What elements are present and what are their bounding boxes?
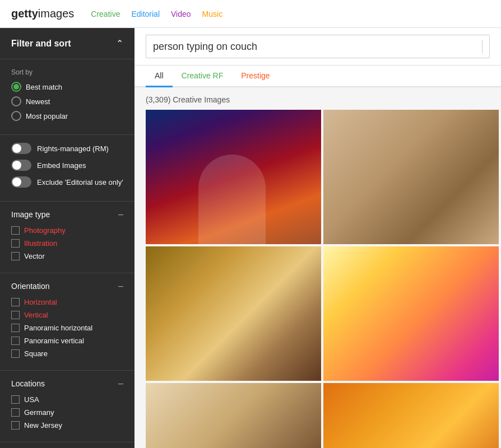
- toggle-section: Rights-managed (RM) Embed Images Exclude…: [0, 135, 134, 202]
- toggle-rm-switch[interactable]: [11, 143, 31, 154]
- locations-title: Locations: [11, 379, 45, 388]
- header: gettyimages Creative Editorial Video Mus…: [0, 0, 501, 28]
- toggle-rm-label: Rights-managed (RM): [37, 144, 109, 153]
- tab-prestige[interactable]: Prestige: [232, 66, 279, 87]
- radio-newest: [11, 96, 21, 106]
- search-query-text: person typing on couch: [153, 41, 476, 53]
- sort-best-match[interactable]: Best match: [11, 82, 123, 92]
- toggle-rights-managed[interactable]: Rights-managed (RM): [11, 143, 123, 154]
- checkbox-photography-box[interactable]: [11, 226, 20, 235]
- checkbox-illustration[interactable]: Illustration: [11, 239, 123, 248]
- locations-header[interactable]: Locations –: [11, 379, 123, 389]
- locations-section: Locations – USA Germany New Jersey: [0, 371, 134, 442]
- main-layout: Filter and sort ⌃ Sort by Best match New…: [0, 28, 501, 448]
- checkbox-germany[interactable]: Germany: [11, 408, 123, 417]
- image-card-3[interactable]: [146, 246, 321, 381]
- toggle-embed-knob: [12, 161, 21, 170]
- nav-editorial[interactable]: Editorial: [131, 10, 160, 18]
- checkbox-vertical[interactable]: Vertical: [11, 311, 123, 319]
- toggle-embed-images[interactable]: Embed Images: [11, 160, 123, 171]
- checkbox-panoramic-horizontal[interactable]: Panoramic horizontal: [11, 324, 123, 332]
- sort-best-match-label: Best match: [26, 83, 62, 91]
- toggle-editorial-label: Exclude 'Editorial use only': [37, 178, 123, 186]
- orientation-section: Orientation – Horizontal Vertical Panora…: [0, 273, 134, 371]
- checkbox-panoramic-vertical[interactable]: Panoramic vertical: [11, 337, 123, 345]
- sort-most-popular-label: Most popular: [26, 112, 68, 120]
- content-area: person typing on couch All Creative RF P…: [134, 28, 501, 448]
- logo-regular: images: [38, 7, 74, 20]
- toggle-editorial-switch[interactable]: [11, 176, 31, 188]
- image-card-1[interactable]: [146, 110, 321, 244]
- image-type-title: Image type: [11, 210, 50, 219]
- filter-collapse-icon[interactable]: ⌃: [116, 38, 123, 49]
- radio-most-popular: [11, 111, 21, 121]
- search-divider: [482, 40, 483, 53]
- image-type-section: Image type – Photography Illustration Ve…: [0, 202, 134, 273]
- toggle-editorial-knob: [12, 178, 21, 186]
- toggle-exclude-editorial[interactable]: Exclude 'Editorial use only': [11, 176, 123, 188]
- orientation-collapse-icon: –: [118, 281, 123, 291]
- orientation-title: Orientation: [11, 282, 49, 291]
- search-bar-area: person typing on couch: [134, 28, 501, 66]
- checkbox-illustration-label: Illustration: [24, 239, 57, 248]
- checkbox-illustration-box[interactable]: [11, 239, 20, 248]
- image-type-collapse-icon: –: [118, 209, 123, 220]
- toggle-embed-switch[interactable]: [11, 160, 31, 171]
- toggle-rm-knob: [12, 144, 21, 153]
- checkbox-vector[interactable]: Vector: [11, 252, 123, 260]
- nav-video[interactable]: Video: [171, 10, 191, 18]
- filter-header: Filter and sort ⌃: [0, 28, 134, 59]
- image-grid: [134, 110, 501, 448]
- main-nav: Creative Editorial Video Music: [91, 10, 222, 18]
- sidebar: Filter and sort ⌃ Sort by Best match New…: [0, 28, 134, 448]
- search-input-wrapper[interactable]: person typing on couch: [146, 35, 490, 58]
- image-type-header[interactable]: Image type –: [11, 209, 123, 220]
- checkbox-new-jersey[interactable]: New Jersey: [11, 421, 123, 430]
- image-card-6[interactable]: [323, 383, 499, 448]
- toggle-embed-label: Embed Images: [37, 161, 86, 170]
- checkbox-vector-label: Vector: [24, 252, 45, 260]
- checkbox-horizontal[interactable]: Horizontal: [11, 298, 123, 306]
- sort-label: Sort by: [11, 68, 123, 76]
- sort-most-popular[interactable]: Most popular: [11, 111, 123, 121]
- logo[interactable]: gettyimages: [11, 7, 74, 20]
- orientation-header[interactable]: Orientation –: [11, 281, 123, 291]
- image-card-4[interactable]: [323, 246, 499, 381]
- tab-all[interactable]: All: [146, 66, 173, 87]
- checkbox-photography[interactable]: Photography: [11, 226, 123, 235]
- logo-bold: getty: [11, 7, 38, 20]
- sort-newest[interactable]: Newest: [11, 96, 123, 106]
- results-header: (3,309) Creative Images: [134, 87, 501, 110]
- checkbox-photography-label: Photography: [24, 226, 66, 235]
- tabs-area: All Creative RF Prestige: [134, 66, 501, 87]
- image-card-2[interactable]: [323, 110, 499, 244]
- filter-title: Filter and sort: [11, 39, 71, 49]
- checkbox-square[interactable]: Square: [11, 349, 123, 358]
- tab-creative-rf[interactable]: Creative RF: [173, 66, 233, 87]
- sort-section: Sort by Best match Newest Most popular: [0, 59, 134, 135]
- sort-newest-label: Newest: [26, 97, 50, 106]
- checkbox-usa[interactable]: USA: [11, 395, 123, 404]
- locations-collapse-icon: –: [118, 379, 123, 389]
- checkbox-vector-box[interactable]: [11, 252, 20, 260]
- nav-music[interactable]: Music: [202, 10, 223, 18]
- nav-creative[interactable]: Creative: [91, 10, 120, 18]
- radio-best-match: [11, 82, 21, 92]
- image-card-5[interactable]: [146, 383, 321, 448]
